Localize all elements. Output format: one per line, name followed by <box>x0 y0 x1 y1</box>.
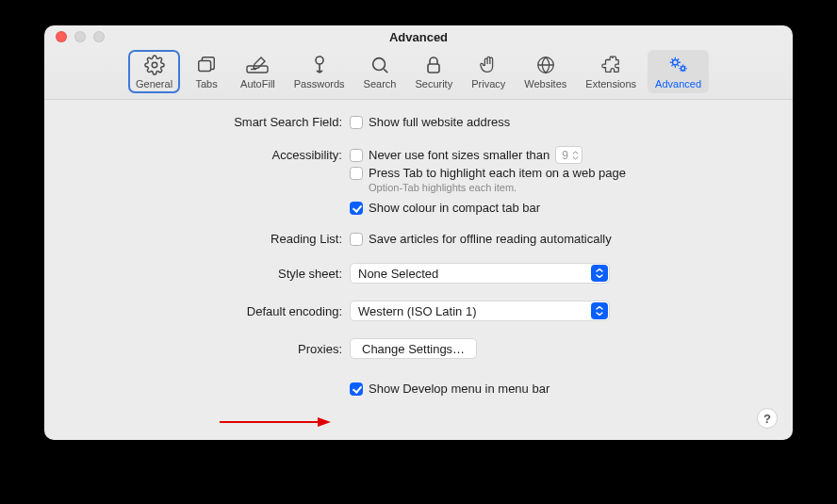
gear-icon <box>144 54 165 76</box>
tab-general[interactable]: General <box>128 50 180 93</box>
min-font-size-select[interactable]: 9 <box>555 146 583 164</box>
minimize-window-button[interactable] <box>74 31 86 42</box>
save-offline-label: Save articles for offline reading automa… <box>369 232 612 246</box>
tab-label: Extensions <box>585 78 636 89</box>
show-develop-menu-checkbox[interactable] <box>350 382 363 396</box>
tab-label: Search <box>364 78 397 89</box>
titlebar: Advanced <box>44 25 793 48</box>
tab-label: AutoFill <box>240 78 275 89</box>
svg-point-8 <box>681 67 684 71</box>
tab-label: Security <box>415 78 452 89</box>
help-button[interactable]: ? <box>757 408 778 429</box>
svg-marker-10 <box>318 417 331 427</box>
tab-label: Advanced <box>655 78 701 89</box>
style-sheet-value: None Selected <box>358 267 438 281</box>
tab-tabs[interactable]: Tabs <box>184 50 229 93</box>
advanced-pane: Smart Search Field: Show full website ad… <box>44 100 793 440</box>
tab-extensions[interactable]: Extensions <box>578 50 644 93</box>
key-icon <box>310 54 329 76</box>
svg-rect-5 <box>428 64 439 73</box>
press-tab-label: Press Tab to highlight each item on a we… <box>369 166 626 180</box>
min-font-size-value: 9 <box>562 149 568 162</box>
default-encoding-select[interactable]: Western (ISO Latin 1) <box>350 301 610 321</box>
tabs-icon <box>196 54 217 76</box>
svg-point-0 <box>152 62 157 68</box>
never-font-smaller-checkbox[interactable] <box>350 149 363 162</box>
svg-rect-1 <box>199 60 211 71</box>
tab-label: General <box>136 78 172 89</box>
tab-label: Tabs <box>195 78 217 89</box>
chevron-updown-icon <box>591 265 608 282</box>
zoom-window-button[interactable] <box>93 31 105 42</box>
search-icon <box>369 54 390 76</box>
window-title: Advanced <box>56 30 781 44</box>
show-colour-compact-checkbox[interactable] <box>350 202 363 215</box>
reading-list-label: Reading List: <box>67 232 350 246</box>
tab-websites[interactable]: Websites <box>517 50 574 93</box>
hand-icon <box>478 54 499 76</box>
svg-rect-2 <box>247 66 268 73</box>
change-settings-label: Change Settings… <box>362 342 465 356</box>
tab-search[interactable]: Search <box>356 50 404 93</box>
close-window-button[interactable] <box>56 31 67 42</box>
chevron-updown-icon <box>591 302 608 319</box>
tab-label: Websites <box>524 78 566 89</box>
show-full-url-checkbox[interactable] <box>350 116 363 129</box>
pencil-field-icon <box>245 54 270 76</box>
show-colour-compact-label: Show colour in compact tab bar <box>369 201 540 215</box>
style-sheet-label: Style sheet: <box>67 267 350 281</box>
tab-privacy[interactable]: Privacy <box>464 50 513 93</box>
style-sheet-select[interactable]: None Selected <box>350 263 610 284</box>
tab-label: Privacy <box>471 78 505 89</box>
svg-point-4 <box>373 58 386 71</box>
show-develop-menu-label: Show Develop menu in menu bar <box>369 382 550 396</box>
show-full-url-label: Show full website address <box>369 115 510 129</box>
chevron-updown-icon <box>572 151 579 160</box>
save-offline-checkbox[interactable] <box>350 233 363 246</box>
window-controls <box>56 31 105 42</box>
preferences-window: Advanced General Tabs AutoFill Passwor <box>44 25 793 440</box>
tab-autofill[interactable]: AutoFill <box>233 50 283 93</box>
svg-point-3 <box>316 57 323 64</box>
preferences-toolbar: General Tabs AutoFill Passwords Search <box>44 48 793 100</box>
gears-icon <box>667 54 690 76</box>
option-tab-hint: Option-Tab highlights each item. <box>369 182 517 193</box>
help-label: ? <box>763 412 771 426</box>
press-tab-checkbox[interactable] <box>350 167 363 180</box>
tab-advanced[interactable]: Advanced <box>648 50 709 93</box>
never-font-smaller-label: Never use font sizes smaller than <box>369 148 550 162</box>
globe-icon <box>535 54 556 76</box>
lock-icon <box>424 54 443 76</box>
svg-point-7 <box>672 60 678 66</box>
tab-passwords[interactable]: Passwords <box>287 50 353 93</box>
proxies-label: Proxies: <box>67 342 350 356</box>
puzzle-icon <box>600 54 621 76</box>
default-encoding-label: Default encoding: <box>67 304 350 318</box>
accessibility-label: Accessibility: <box>67 148 350 162</box>
default-encoding-value: Western (ISO Latin 1) <box>358 304 476 318</box>
tab-label: Passwords <box>294 78 345 89</box>
tab-security[interactable]: Security <box>407 50 460 93</box>
change-settings-button[interactable]: Change Settings… <box>350 338 477 359</box>
annotation-arrow <box>220 416 331 428</box>
smart-search-label: Smart Search Field: <box>67 115 350 129</box>
